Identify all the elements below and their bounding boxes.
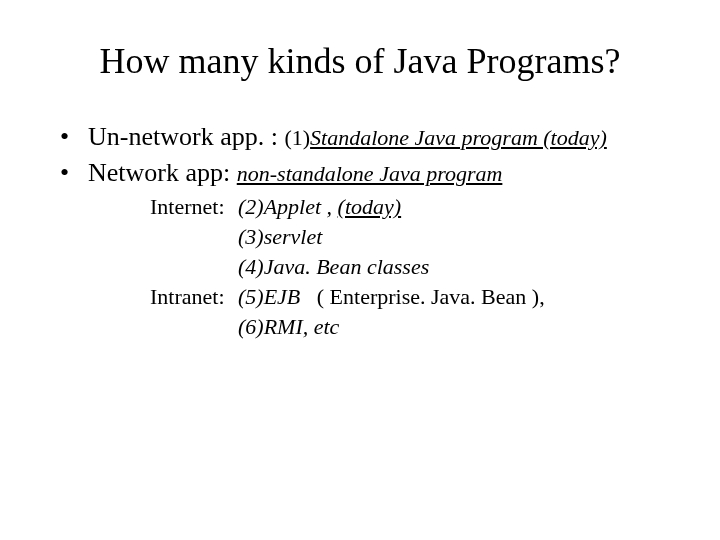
bullet-desc: non-standalone Java program — [237, 161, 503, 186]
bullet-content: Un-network app. : (1)Standalone Java pro… — [88, 122, 607, 152]
sub-row: Internet: (2)Applet , (today) — [150, 194, 670, 220]
sub-list: Internet: (2)Applet , (today) (3)servlet… — [150, 194, 670, 340]
bullet-content: Network app: non-standalone Java program — [88, 158, 502, 188]
sub-value: (5)EJB ( Enterprise. Java. Bean ), — [238, 284, 545, 310]
sub-spacer — [150, 254, 238, 280]
list-item: • Un-network app. : (1)Standalone Java p… — [60, 122, 670, 152]
sub-label-intranet: Intranet: — [150, 284, 238, 310]
sub-label-internet: Internet: — [150, 194, 238, 220]
sub-row: (3)servlet — [150, 224, 670, 250]
list-item: • Network app: non-standalone Java progr… — [60, 158, 670, 188]
page-title: How many kinds of Java Programs? — [50, 40, 670, 82]
sub-row: (6)RMI, etc — [150, 314, 670, 340]
bullet-list: • Un-network app. : (1)Standalone Java p… — [60, 122, 670, 188]
sub-spacer — [150, 224, 238, 250]
bullet-desc: (1)Standalone Java program (today) — [284, 125, 606, 150]
sub-row: Intranet: (5)EJB ( Enterprise. Java. Bea… — [150, 284, 670, 310]
slide: How many kinds of Java Programs? • Un-ne… — [0, 0, 720, 340]
bullet-icon: • — [60, 158, 88, 188]
sub-value: (6)RMI, etc — [238, 314, 339, 340]
sub-value: (4)Java. Bean classes — [238, 254, 429, 280]
sub-spacer — [150, 314, 238, 340]
bullet-icon: • — [60, 122, 88, 152]
sub-value: (2)Applet , (today) — [238, 194, 401, 220]
bullet-label: Network app: — [88, 158, 230, 187]
sub-value: (3)servlet — [238, 224, 322, 250]
bullet-label: Un-network app. : — [88, 122, 278, 151]
sub-row: (4)Java. Bean classes — [150, 254, 670, 280]
